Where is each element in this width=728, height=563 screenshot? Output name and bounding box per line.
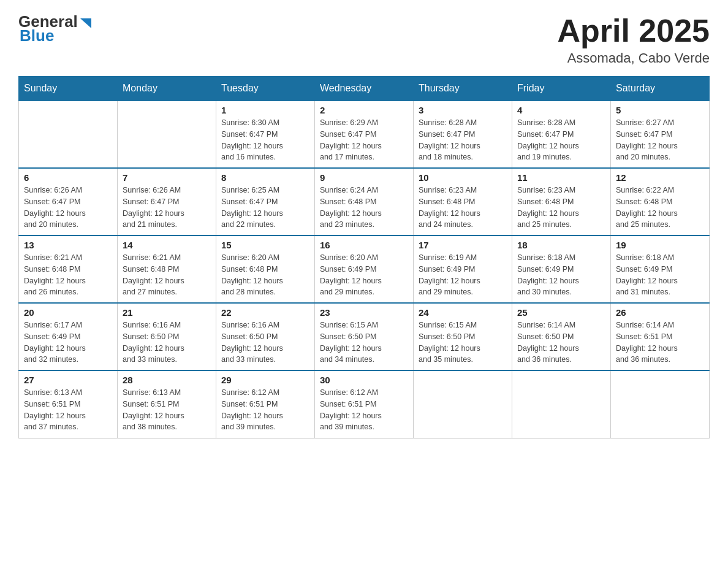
day-number: 22 — [221, 307, 309, 318]
day-info: Sunrise: 6:28 AM Sunset: 6:47 PM Dayligh… — [517, 117, 605, 163]
day-info: Sunrise: 6:13 AM Sunset: 6:51 PM Dayligh… — [24, 387, 112, 433]
day-info: Sunrise: 6:20 AM Sunset: 6:49 PM Dayligh… — [320, 252, 408, 298]
col-thursday: Thursday — [414, 77, 512, 101]
calendar-cell: 1Sunrise: 6:30 AM Sunset: 6:47 PM Daylig… — [216, 101, 315, 168]
day-number: 24 — [419, 307, 507, 318]
day-info: Sunrise: 6:20 AM Sunset: 6:48 PM Dayligh… — [221, 252, 309, 298]
col-friday: Friday — [512, 77, 611, 101]
day-number: 18 — [517, 240, 605, 250]
calendar-cell: 5Sunrise: 6:27 AM Sunset: 6:47 PM Daylig… — [611, 101, 710, 168]
day-info: Sunrise: 6:19 AM Sunset: 6:49 PM Dayligh… — [419, 252, 507, 298]
calendar-cell: 13Sunrise: 6:21 AM Sunset: 6:48 PM Dayli… — [19, 236, 118, 303]
calendar-cell: 26Sunrise: 6:14 AM Sunset: 6:51 PM Dayli… — [611, 303, 710, 370]
day-number: 30 — [320, 375, 408, 385]
calendar-cell: 25Sunrise: 6:14 AM Sunset: 6:50 PM Dayli… — [512, 303, 611, 370]
day-info: Sunrise: 6:15 AM Sunset: 6:50 PM Dayligh… — [320, 320, 408, 366]
day-info: Sunrise: 6:16 AM Sunset: 6:50 PM Dayligh… — [221, 320, 309, 366]
day-number: 4 — [517, 105, 605, 115]
week-row-3: 13Sunrise: 6:21 AM Sunset: 6:48 PM Dayli… — [19, 236, 710, 303]
col-sunday: Sunday — [19, 77, 118, 101]
calendar-header-row: Sunday Monday Tuesday Wednesday Thursday… — [19, 77, 710, 101]
day-number: 21 — [123, 307, 211, 318]
calendar-cell: 17Sunrise: 6:19 AM Sunset: 6:49 PM Dayli… — [414, 236, 512, 303]
day-info: Sunrise: 6:21 AM Sunset: 6:48 PM Dayligh… — [24, 252, 112, 298]
col-wednesday: Wednesday — [315, 77, 414, 101]
calendar-cell: 7Sunrise: 6:26 AM Sunset: 6:47 PM Daylig… — [118, 168, 216, 236]
calendar-cell: 21Sunrise: 6:16 AM Sunset: 6:50 PM Dayli… — [118, 303, 216, 370]
calendar-cell: 12Sunrise: 6:22 AM Sunset: 6:48 PM Dayli… — [611, 168, 710, 236]
col-monday: Monday — [118, 77, 216, 101]
logo-blue-text: Blue — [20, 26, 54, 45]
day-number: 8 — [221, 172, 309, 183]
calendar-cell — [118, 101, 216, 168]
calendar-cell: 20Sunrise: 6:17 AM Sunset: 6:49 PM Dayli… — [19, 303, 118, 370]
calendar-cell: 16Sunrise: 6:20 AM Sunset: 6:49 PM Dayli… — [315, 236, 414, 303]
day-number: 25 — [517, 307, 605, 318]
week-row-1: 1Sunrise: 6:30 AM Sunset: 6:47 PM Daylig… — [19, 101, 710, 168]
day-number: 6 — [24, 172, 112, 183]
day-info: Sunrise: 6:12 AM Sunset: 6:51 PM Dayligh… — [221, 387, 309, 433]
page-subtitle: Assomada, Cabo Verde — [557, 50, 710, 66]
calendar-cell: 30Sunrise: 6:12 AM Sunset: 6:51 PM Dayli… — [315, 370, 414, 438]
day-number: 2 — [320, 105, 408, 115]
day-number: 1 — [221, 105, 309, 115]
calendar-cell: 4Sunrise: 6:28 AM Sunset: 6:47 PM Daylig… — [512, 101, 611, 168]
calendar-cell — [512, 370, 611, 438]
col-saturday: Saturday — [611, 77, 710, 101]
calendar-cell — [611, 370, 710, 438]
day-number: 17 — [419, 240, 507, 250]
day-info: Sunrise: 6:25 AM Sunset: 6:47 PM Dayligh… — [221, 185, 309, 231]
day-info: Sunrise: 6:22 AM Sunset: 6:48 PM Dayligh… — [616, 185, 704, 231]
calendar-cell: 2Sunrise: 6:29 AM Sunset: 6:47 PM Daylig… — [315, 101, 414, 168]
calendar-cell: 28Sunrise: 6:13 AM Sunset: 6:51 PM Dayli… — [118, 370, 216, 438]
day-info: Sunrise: 6:13 AM Sunset: 6:51 PM Dayligh… — [123, 387, 211, 433]
day-info: Sunrise: 6:26 AM Sunset: 6:47 PM Dayligh… — [24, 185, 112, 231]
calendar-cell: 6Sunrise: 6:26 AM Sunset: 6:47 PM Daylig… — [19, 168, 118, 236]
day-info: Sunrise: 6:12 AM Sunset: 6:51 PM Dayligh… — [320, 387, 408, 433]
day-number: 5 — [616, 105, 704, 115]
day-info: Sunrise: 6:27 AM Sunset: 6:47 PM Dayligh… — [616, 117, 704, 163]
calendar-cell: 8Sunrise: 6:25 AM Sunset: 6:47 PM Daylig… — [216, 168, 315, 236]
day-number: 27 — [24, 375, 112, 385]
logo: General Blue — [18, 12, 93, 45]
day-info: Sunrise: 6:24 AM Sunset: 6:48 PM Dayligh… — [320, 185, 408, 231]
page-title: April 2025 — [557, 12, 710, 49]
day-number: 19 — [616, 240, 704, 250]
day-number: 16 — [320, 240, 408, 250]
day-info: Sunrise: 6:17 AM Sunset: 6:49 PM Dayligh… — [24, 320, 112, 366]
col-tuesday: Tuesday — [216, 77, 315, 101]
day-info: Sunrise: 6:18 AM Sunset: 6:49 PM Dayligh… — [517, 252, 605, 298]
calendar-cell — [414, 370, 512, 438]
day-number: 11 — [517, 172, 605, 183]
day-number: 7 — [123, 172, 211, 183]
day-number: 13 — [24, 240, 112, 250]
calendar-cell: 29Sunrise: 6:12 AM Sunset: 6:51 PM Dayli… — [216, 370, 315, 438]
logo-triangle-icon — [79, 16, 93, 29]
page-header: General Blue April 2025 Assomada, Cabo V… — [18, 12, 710, 66]
week-row-5: 27Sunrise: 6:13 AM Sunset: 6:51 PM Dayli… — [19, 370, 710, 438]
day-info: Sunrise: 6:28 AM Sunset: 6:47 PM Dayligh… — [419, 117, 507, 163]
day-info: Sunrise: 6:16 AM Sunset: 6:50 PM Dayligh… — [123, 320, 211, 366]
day-number: 12 — [616, 172, 704, 183]
day-number: 23 — [320, 307, 408, 318]
week-row-4: 20Sunrise: 6:17 AM Sunset: 6:49 PM Dayli… — [19, 303, 710, 370]
day-info: Sunrise: 6:14 AM Sunset: 6:50 PM Dayligh… — [517, 320, 605, 366]
day-number: 28 — [123, 375, 211, 385]
calendar-cell: 10Sunrise: 6:23 AM Sunset: 6:48 PM Dayli… — [414, 168, 512, 236]
day-info: Sunrise: 6:26 AM Sunset: 6:47 PM Dayligh… — [123, 185, 211, 231]
day-info: Sunrise: 6:29 AM Sunset: 6:47 PM Dayligh… — [320, 117, 408, 163]
title-area: April 2025 Assomada, Cabo Verde — [557, 12, 710, 66]
day-number: 26 — [616, 307, 704, 318]
calendar-cell: 9Sunrise: 6:24 AM Sunset: 6:48 PM Daylig… — [315, 168, 414, 236]
calendar-cell: 27Sunrise: 6:13 AM Sunset: 6:51 PM Dayli… — [19, 370, 118, 438]
calendar-cell: 24Sunrise: 6:15 AM Sunset: 6:50 PM Dayli… — [414, 303, 512, 370]
day-number: 9 — [320, 172, 408, 183]
day-number: 15 — [221, 240, 309, 250]
calendar-cell: 18Sunrise: 6:18 AM Sunset: 6:49 PM Dayli… — [512, 236, 611, 303]
day-info: Sunrise: 6:18 AM Sunset: 6:49 PM Dayligh… — [616, 252, 704, 298]
svg-marker-0 — [80, 18, 91, 28]
day-number: 3 — [419, 105, 507, 115]
day-info: Sunrise: 6:15 AM Sunset: 6:50 PM Dayligh… — [419, 320, 507, 366]
day-number: 20 — [24, 307, 112, 318]
day-number: 10 — [419, 172, 507, 183]
